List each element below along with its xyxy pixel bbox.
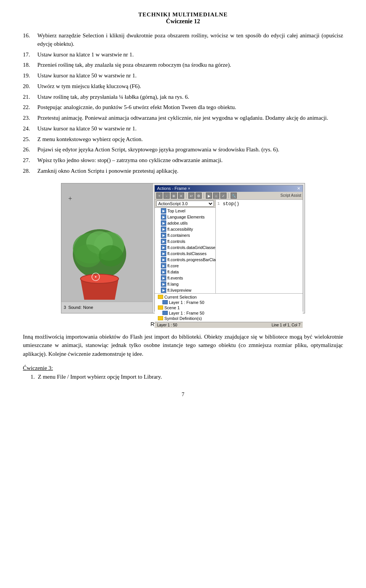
svg-point-5	[99, 245, 123, 267]
step-number: 28.	[23, 167, 37, 175]
layer1-frame50-b-label: Layer 1 : Frame 50	[169, 311, 204, 315]
tree-item-label: fl.controls	[167, 239, 185, 244]
toolbar-icon-8[interactable]: ⌂	[213, 193, 219, 199]
step-item: 21.Ustaw roślinę tak, aby przysłaniała ¼…	[23, 93, 343, 101]
tree-item-label: fl.core	[167, 263, 179, 268]
toolbar-separator-3	[228, 193, 229, 198]
tree-item-icon: ▶	[161, 288, 166, 293]
step-number: 16.	[23, 32, 37, 48]
step-text: Zamknij okno Action Scriptu i ponownie p…	[37, 167, 343, 175]
actions-title: Actions - Frame ×	[157, 186, 190, 191]
step-item: 25.Z menu kontekstowego wybierz opcję Ac…	[23, 135, 343, 144]
tree-item[interactable]: ▶fl.containers	[155, 232, 215, 238]
step-item: 24.Ustaw kursor na klatce 50 w warstwie …	[23, 125, 343, 133]
tree-item[interactable]: ▶fl.controls.progressBarCla...	[155, 257, 215, 263]
svg-point-9	[95, 276, 96, 278]
actions-toolbar: + - ⊕ ≡ ↩ ⚙ ▶ ⌂ ✓ 🔧 Script Assist	[155, 192, 303, 200]
tree-item[interactable]: ▶fl.controls.dataGridClasses	[155, 244, 215, 251]
page-number: 7	[23, 392, 343, 398]
toolbar-icon-4[interactable]: ≡	[178, 193, 184, 199]
actions-panel: Actions - Frame × ✕ + - ⊕ ≡ ↩ ⚙ ▶ ⌂ ✓ 🔧 …	[154, 185, 303, 312]
tree-item-label: fl.events	[167, 276, 183, 280]
tree-item[interactable]: ▶Language Elements	[155, 214, 215, 220]
script-assist-button[interactable]: Script Assist	[281, 193, 301, 198]
step-number: 19.	[23, 72, 37, 80]
toolbar-icon-3[interactable]: ⊕	[171, 193, 177, 199]
actions-titlebar: Actions - Frame × ✕	[155, 185, 303, 192]
step-text: Postępując analogicznie, do punktów 5-6 …	[37, 103, 343, 112]
toolbar-icon-5[interactable]: ↩	[188, 193, 194, 199]
editor-code[interactable]: stop()	[223, 201, 239, 207]
tree-item-label: fl.controls.progressBarCla...	[167, 257, 216, 262]
tree-item[interactable]: ▶fl.lang	[155, 281, 215, 287]
toolbar-icon-6[interactable]: ⚙	[196, 193, 202, 199]
tree-item-icon: ▶	[161, 269, 166, 275]
step-number: 21.	[23, 93, 37, 101]
tree-item[interactable]: ▶fl.data	[155, 269, 215, 275]
tree-item[interactable]: ▶fl.livepreview	[155, 287, 215, 293]
status-layer-frame: Layer 1 : 50	[157, 323, 177, 327]
tree-item-icon: ▶	[161, 227, 166, 232]
step-item: 20.Utwórz w tym miejscu klatkę kluczową …	[23, 82, 343, 91]
toolbar-icon-2[interactable]: -	[164, 193, 170, 199]
step-item: 28.Zamknij okno Action Scriptu i ponowni…	[23, 167, 343, 175]
step-number: 23.	[23, 114, 37, 122]
step-number: 18.	[23, 61, 37, 69]
step-text: Wybierz narzędzie Selection i kliknij dw…	[37, 32, 343, 48]
step-number: 25.	[23, 135, 37, 144]
tree-item[interactable]: ▶fl.accessibility	[155, 226, 215, 232]
tree-item-icon: ▶	[161, 214, 166, 220]
actions-editor: 1 stop()	[216, 200, 303, 293]
bottom-tree-symbol-def: Symbol Definition(s)	[155, 316, 303, 321]
plus-sign: +	[68, 195, 72, 203]
page-subtitle: Ćwiczenie 12	[23, 18, 343, 25]
plant-illustration	[67, 223, 132, 300]
tree-item[interactable]: ▶fl.core	[155, 263, 215, 269]
tree-item[interactable]: ▶fl.events	[155, 275, 215, 281]
bottom-tree-current-selection: Current Selection	[155, 294, 303, 300]
sound-value: None	[83, 305, 93, 310]
line-number: 1	[217, 201, 220, 207]
toolbar-icon-1[interactable]: +	[156, 193, 162, 199]
tree-item[interactable]: ▶Top Level	[155, 208, 215, 214]
toolbar-icon-7[interactable]: ▶	[206, 193, 212, 199]
steps-list: 16.Wybierz narzędzie Selection i kliknij…	[23, 32, 343, 175]
step-text: Przetestuj animację. Ponieważ animacja o…	[37, 114, 343, 122]
toolbar-separator-2	[204, 193, 204, 198]
toolbar-icon-9[interactable]: ✓	[220, 193, 226, 199]
step-item: 16.Wybierz narzędzie Selection i kliknij…	[23, 32, 343, 48]
tree-item-label: fl.controls.listClasses	[167, 251, 207, 256]
step-number: 24.	[23, 125, 37, 133]
editor-area: 1 stop()	[216, 200, 303, 207]
toolbar-icon-10[interactable]: 🔧	[231, 193, 237, 199]
step-number: 22.	[23, 103, 37, 112]
tree-item[interactable]: ▶fl.controls.listClasses	[155, 251, 215, 257]
tree-item-label: fl.livepreview	[167, 288, 191, 292]
step-text: Przenieś roślinę tak, aby znalazła się p…	[37, 61, 343, 69]
tree-item-label: fl.containers	[167, 233, 190, 238]
exercise3-item-1-num: 1.	[30, 374, 35, 380]
scene1-label: Scene 1	[164, 305, 180, 310]
step-text: Ustaw roślinę tak, aby przysłaniała ¼ ła…	[37, 93, 343, 101]
page-header: TECHNIKI MULTIMEDIALNE Ćwiczenie 12	[23, 11, 343, 25]
current-selection-label: Current Selection	[164, 295, 197, 299]
step-text: Wpisz tylko jedno słowo: stop() – zatrzy…	[37, 156, 343, 165]
step-item: 19.Ustaw kursor na klatce 50 w warstwie …	[23, 72, 343, 80]
step-item: 27.Wpisz tylko jedno słowo: stop() – zat…	[23, 156, 343, 165]
file-icon-2	[162, 311, 168, 315]
exercise3-item-1-text: Z menu File / Import wybierz opcję Impor…	[38, 374, 162, 380]
exercise3-list: 1. Z menu File / Import wybierz opcję Im…	[23, 374, 343, 380]
toolbar-separator-1	[186, 193, 186, 198]
tree-item[interactable]: ▶adobe.utils	[155, 220, 215, 226]
bottom-tree-layer1-a: Layer 1 : Frame 50	[155, 300, 303, 305]
step-text: Utwórz w tym miejscu klatkę kluczową (F6…	[37, 82, 343, 91]
tree-item-icon: ▶	[161, 239, 166, 244]
tree-item[interactable]: ▶fl.controls	[155, 238, 215, 244]
exercise3-section: Ćwiczenie 3: 1. Z menu File / Import wyb…	[23, 365, 343, 380]
bottom-tree-layer1-b: Layer 1 : Frame 50	[155, 310, 303, 316]
actionscript-version-select[interactable]: ActionScript 3.0	[156, 201, 214, 207]
step-number: 20.	[23, 82, 37, 91]
step-number: 17.	[23, 51, 37, 59]
step-item: 17.Ustaw kursor na klatce 1 w warstwie n…	[23, 51, 343, 59]
actions-close[interactable]: ✕	[297, 186, 300, 191]
